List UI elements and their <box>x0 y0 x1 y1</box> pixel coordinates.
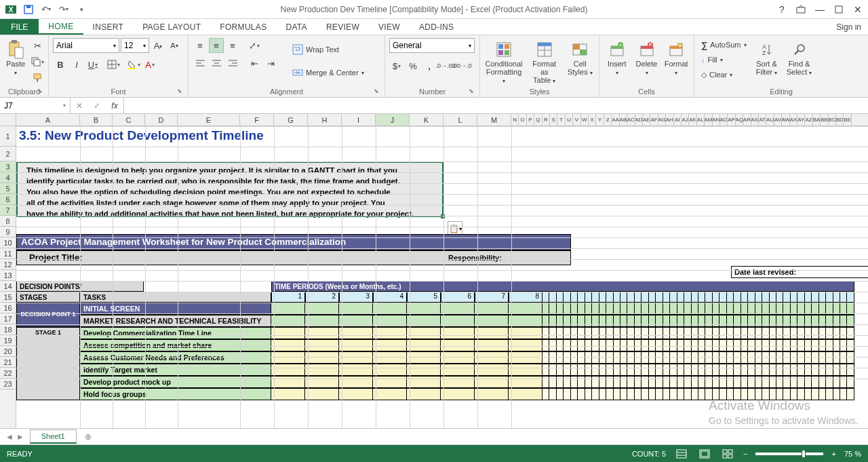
font-color-button[interactable]: A▾ <box>142 57 157 72</box>
decrease-font-icon[interactable]: A▾ <box>167 38 182 53</box>
period-1[interactable]: 1 <box>271 292 305 303</box>
minimize-icon[interactable]: — <box>812 2 827 17</box>
col-header-AD[interactable]: AD <box>635 114 643 126</box>
row-header-4[interactable]: 4 <box>0 172 16 183</box>
qat-customize-icon[interactable]: ▾ <box>73 1 90 18</box>
col-header-AS[interactable]: AS <box>751 114 759 126</box>
spreadsheet-grid[interactable]: ABCDEFGHIJKLMNOPQRSTUVWXYZAAABACADAEAFAG… <box>0 114 868 429</box>
col-header-V[interactable]: V <box>573 114 580 126</box>
row-header-23[interactable]: 23 <box>0 379 16 389</box>
cancel-formula-icon[interactable]: ✕ <box>71 98 88 113</box>
paste-button[interactable]: Paste ▾ <box>4 38 27 78</box>
decrease-indent-icon[interactable]: ⇤ <box>247 56 262 71</box>
row-header-21[interactable]: 21 <box>0 357 16 368</box>
normal-view-icon[interactable] <box>674 448 689 460</box>
page-break-view-icon[interactable] <box>720 448 735 460</box>
col-header-AF[interactable]: AF <box>650 114 658 126</box>
bold-button[interactable]: B <box>53 57 68 72</box>
col-header-AG[interactable]: AG <box>658 114 666 126</box>
col-header-AE[interactable]: AE <box>643 114 650 126</box>
find-select-button[interactable]: Find & Select ▾ <box>785 38 814 78</box>
col-header-F[interactable]: F <box>240 114 274 126</box>
tasks-label[interactable]: TASKS <box>80 292 271 303</box>
col-header-N[interactable]: N <box>511 114 519 126</box>
sheet-prev-icon[interactable]: ◄ <box>5 432 14 442</box>
row-header-8[interactable]: 8 <box>0 216 16 227</box>
col-header-AR[interactable]: AR <box>743 114 751 126</box>
responsibility-label[interactable]: Responsibility: <box>444 251 570 265</box>
col-header-X[interactable]: X <box>589 114 596 126</box>
col-header-AK[interactable]: AK <box>689 114 696 126</box>
zoom-in-icon[interactable]: + <box>831 450 835 458</box>
autosum-button[interactable]: ∑AutoSum▾ <box>698 38 749 52</box>
clipboard-launcher-icon[interactable]: ⬊ <box>36 88 44 96</box>
align-bottom-icon[interactable]: ≡ <box>225 38 240 53</box>
col-header-AQ[interactable]: AQ <box>736 114 743 126</box>
format-as-table-button[interactable]: Format as Table ▾ <box>526 38 562 86</box>
col-header-T[interactable]: T <box>557 114 565 126</box>
col-header-AA[interactable]: AA <box>612 114 619 126</box>
redo-icon[interactable]: ↷▾ <box>56 1 72 18</box>
project-title-label[interactable]: Project Title: <box>17 251 444 265</box>
row-header-19[interactable]: 19 <box>0 335 16 346</box>
increase-font-icon[interactable]: A▴ <box>151 38 165 53</box>
col-header-G[interactable]: G <box>274 114 308 126</box>
font-launcher-icon[interactable]: ⬊ <box>176 88 184 96</box>
column-headers[interactable]: ABCDEFGHIJKLMNOPQRSTUVWXYZAAABACADAEAFAG… <box>16 114 868 126</box>
align-middle-icon[interactable]: ≡ <box>209 38 224 53</box>
increase-decimal-icon[interactable]: .0→.00 <box>438 58 453 73</box>
col-header-AN[interactable]: AN <box>713 114 720 126</box>
cut-button[interactable]: ✂ <box>30 38 45 53</box>
col-header-AY[interactable]: AY <box>797 114 805 126</box>
percent-format-icon[interactable]: % <box>406 58 420 73</box>
col-header-AZ[interactable]: AZ <box>805 114 812 126</box>
row-header-5[interactable]: 5 <box>0 183 16 194</box>
file-tab[interactable]: FILE <box>0 19 39 35</box>
tab-home[interactable]: HOME <box>39 19 83 35</box>
signin-link[interactable]: Sign in <box>836 19 868 35</box>
page-layout-view-icon[interactable] <box>697 448 712 460</box>
period-5[interactable]: 5 <box>407 292 441 303</box>
number-format-dropdown[interactable]: General▾ <box>389 38 475 53</box>
task-row[interactable]: Hold focus groups <box>16 388 854 400</box>
period-8[interactable]: 8 <box>509 292 542 303</box>
col-header-BA[interactable]: BA <box>813 114 821 126</box>
col-header-M[interactable]: M <box>477 114 511 126</box>
zoom-slider[interactable] <box>755 453 823 455</box>
orientation-icon[interactable]: ⤢▾ <box>247 38 262 53</box>
row-header-11[interactable]: 11 <box>0 248 16 259</box>
row-header-10[interactable]: 10 <box>0 237 16 248</box>
col-header-Y[interactable]: Y <box>596 114 604 126</box>
fx-icon[interactable]: fx <box>106 98 123 113</box>
border-button[interactable]: ▾ <box>106 57 121 72</box>
task-row[interactable]: Assess competition and market share <box>16 339 854 351</box>
tab-data[interactable]: DATA <box>276 19 316 35</box>
fill-button[interactable]: ↓Fill▾ <box>698 53 749 66</box>
sheet-next-icon[interactable]: ► <box>16 432 24 442</box>
insert-cell-button[interactable]: + Insert▾ <box>604 38 631 78</box>
row-header-1[interactable]: 1 <box>0 126 16 147</box>
col-header-AT[interactable]: AT <box>759 114 766 126</box>
maximize-icon[interactable] <box>831 2 846 17</box>
align-left-icon[interactable] <box>193 56 208 71</box>
format-cell-button[interactable]: Format▾ <box>663 38 690 78</box>
col-header-AL[interactable]: AL <box>697 114 705 126</box>
task-name-cell[interactable]: Develop Commercialization Time Line <box>80 327 271 339</box>
copy-button[interactable]: ▾ <box>30 54 45 69</box>
stages-label[interactable]: STAGES <box>16 292 80 303</box>
cells-area[interactable]: 3.5: New Product Development Timeline Th… <box>16 126 868 428</box>
col-header-D[interactable]: D <box>145 114 178 126</box>
period-6[interactable]: 6 <box>441 292 475 303</box>
col-header-A[interactable]: A <box>16 114 80 126</box>
col-header-L[interactable]: L <box>443 114 477 126</box>
tab-insert[interactable]: INSERT <box>83 19 134 35</box>
col-header-S[interactable]: S <box>550 114 557 126</box>
col-header-AO[interactable]: AO <box>720 114 728 126</box>
col-header-R[interactable]: R <box>542 114 550 126</box>
select-all-corner[interactable] <box>0 114 16 126</box>
row-header-17[interactable]: 17 <box>0 313 16 324</box>
col-header-H[interactable]: H <box>308 114 342 126</box>
row-header-7[interactable]: 7 <box>0 205 16 216</box>
ribbon-options-icon[interactable] <box>793 2 808 17</box>
col-header-K[interactable]: K <box>410 114 443 126</box>
